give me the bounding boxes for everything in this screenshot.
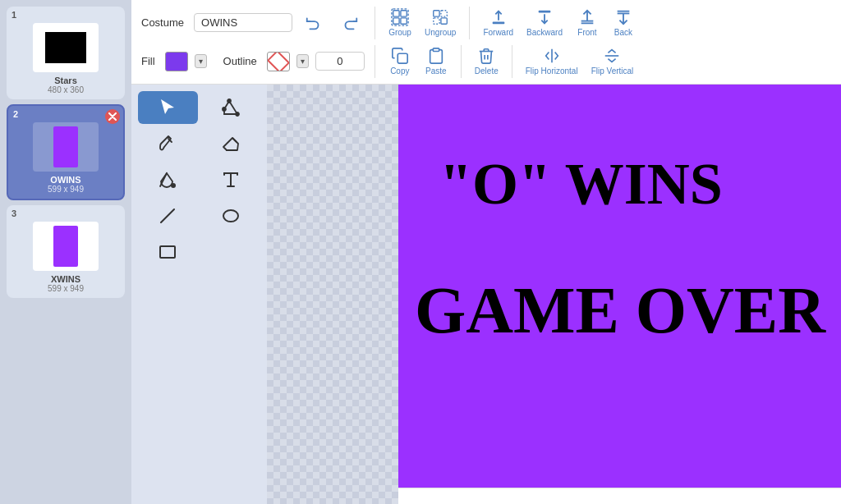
costume-label-owins: OWINS — [50, 175, 80, 185]
costume-name-label: Costume — [141, 16, 184, 29]
ungroup-label: Ungroup — [425, 28, 456, 37]
costume-name-input[interactable] — [194, 13, 292, 32]
svg-point-21 — [236, 112, 239, 116]
costume-number-3: 3 — [11, 208, 16, 218]
rect-tool[interactable] — [138, 236, 198, 268]
group-label: Group — [388, 28, 411, 37]
canvas-text-owins: "O" WINS — [439, 150, 723, 218]
ungroup-button[interactable]: Ungroup — [421, 5, 459, 40]
fill-tool[interactable] — [138, 163, 198, 196]
separator-3 — [375, 45, 375, 78]
costume-item-owins[interactable]: 2 OWINS 599 x 949 — [7, 104, 125, 200]
text-tool[interactable] — [201, 163, 261, 196]
redo-button[interactable] — [335, 11, 365, 35]
svg-rect-29 — [160, 246, 175, 258]
costume-thumb-stars — [33, 23, 99, 72]
outline-dropdown-button[interactable]: ▾ — [296, 54, 309, 68]
undo-button[interactable] — [299, 11, 329, 35]
tools-panel — [131, 85, 267, 504]
costume-dims-xwins: 599 x 949 — [48, 284, 84, 293]
svg-rect-3 — [401, 18, 407, 24]
svg-point-28 — [223, 210, 238, 222]
canvas-text-gameover: GAME OVER — [415, 273, 825, 348]
svg-point-24 — [171, 183, 176, 188]
costume-thumb-xwins — [33, 222, 99, 271]
svg-rect-7 — [441, 11, 447, 16]
separator-5 — [512, 45, 512, 78]
flip-vertical-button[interactable]: Flip Vertical — [588, 44, 637, 79]
svg-rect-0 — [393, 11, 399, 16]
ellipse-tool[interactable] — [201, 199, 261, 232]
line-tool[interactable] — [138, 199, 198, 232]
svg-point-20 — [227, 99, 231, 103]
svg-rect-10 — [539, 11, 551, 13]
flip-horizontal-label: Flip Horizontal — [526, 66, 578, 76]
costume-label-stars: Stars — [54, 76, 77, 85]
fill-swatch[interactable] — [165, 52, 188, 71]
separator-4 — [461, 45, 462, 78]
copy-button[interactable]: Copy — [385, 44, 415, 79]
eraser-tool[interactable] — [201, 127, 261, 160]
toolbar-row-2: Fill ▾ Outline ▾ Copy — [141, 44, 831, 79]
stars-preview — [45, 32, 86, 63]
outline-swatch[interactable] — [267, 52, 290, 71]
toolbar-row-1: Costume — [141, 5, 831, 40]
reshape-tool[interactable] — [201, 91, 261, 124]
svg-line-27 — [161, 209, 174, 222]
costume-item-xwins[interactable]: 3 XWINS 599 x 949 — [7, 205, 125, 298]
tools-grid — [138, 91, 260, 268]
outline-value-input[interactable] — [315, 52, 365, 71]
backward-label: Backward — [526, 28, 563, 37]
costume-label-xwins: XWINS — [51, 274, 80, 284]
paste-button[interactable]: Paste — [421, 44, 451, 79]
svg-rect-15 — [398, 53, 407, 63]
fill-dropdown-button[interactable]: ▾ — [195, 54, 207, 68]
owins-preview — [53, 126, 78, 167]
svg-line-23 — [160, 173, 167, 186]
forward-label: Forward — [483, 28, 513, 37]
canvas-area: "O" WINS GAME OVER — [131, 85, 841, 504]
svg-rect-4 — [392, 9, 408, 25]
svg-rect-8 — [434, 18, 439, 24]
front-label: Front — [577, 28, 596, 37]
svg-rect-2 — [393, 18, 399, 24]
svg-rect-16 — [433, 48, 439, 52]
delete-button[interactable]: Delete — [471, 44, 502, 79]
svg-rect-1 — [401, 11, 407, 16]
backward-button[interactable]: Backward — [523, 5, 566, 40]
flip-vertical-label: Flip Vertical — [591, 66, 634, 76]
costume-canvas[interactable]: "O" WINS GAME OVER — [398, 85, 841, 504]
svg-rect-9 — [492, 22, 504, 25]
costume-dims-owins: 599 x 949 — [48, 185, 84, 194]
fill-label: Fill — [141, 55, 155, 67]
select-tool[interactable] — [138, 91, 198, 124]
separator-2 — [469, 7, 470, 39]
xwins-preview — [53, 226, 78, 267]
brush-tool[interactable] — [138, 127, 198, 160]
delete-label: Delete — [475, 66, 499, 76]
checker-background — [267, 85, 398, 504]
main-area: Costume — [131, 0, 841, 504]
separator-1 — [375, 7, 375, 39]
flip-horizontal-button[interactable]: Flip Horizontal — [522, 44, 581, 79]
svg-rect-6 — [441, 18, 447, 24]
outline-label: Outline — [223, 55, 257, 67]
svg-point-19 — [223, 108, 226, 111]
delete-costume-button[interactable] — [105, 109, 120, 124]
front-button[interactable]: Front — [572, 5, 602, 40]
copy-label: Copy — [390, 66, 409, 76]
paste-label: Paste — [425, 66, 447, 76]
back-label: Back — [614, 28, 632, 37]
back-button[interactable]: Back — [609, 5, 638, 40]
costume-number-2: 2 — [13, 109, 18, 119]
toolbar: Costume — [131, 0, 841, 85]
canvas-bottom-bar — [398, 488, 841, 504]
forward-button[interactable]: Forward — [480, 5, 517, 40]
svg-rect-5 — [434, 11, 439, 16]
costume-thumb-owins — [33, 122, 99, 172]
group-button[interactable]: Group — [385, 5, 415, 40]
costume-item-stars[interactable]: 1 Stars 480 x 360 — [7, 7, 125, 99]
costume-list: 1 Stars 480 x 360 2 OWINS 599 x 949 3 XW… — [0, 0, 131, 504]
costume-number-1: 1 — [11, 10, 16, 20]
drawing-canvas[interactable]: "O" WINS GAME OVER — [267, 85, 841, 504]
